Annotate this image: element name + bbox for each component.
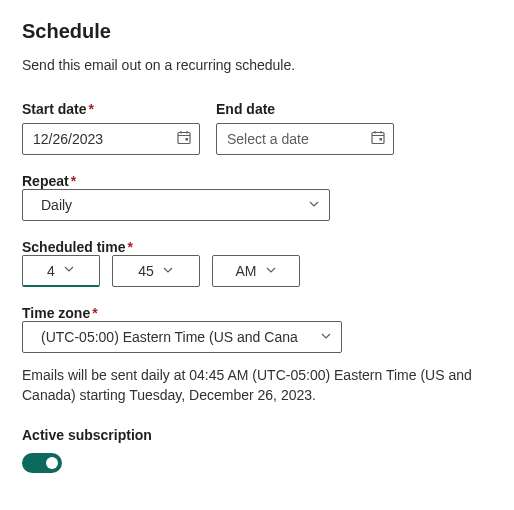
page-title: Schedule (22, 20, 492, 43)
repeat-label: Repeat* (22, 173, 76, 189)
hour-value: 4 (47, 263, 55, 279)
start-date-field: Start date* (22, 101, 200, 155)
start-date-input[interactable] (22, 123, 200, 155)
start-date-label: Start date* (22, 101, 200, 117)
page-description: Send this email out on a recurring sched… (22, 57, 492, 73)
scheduled-time-label: Scheduled time* (22, 239, 133, 255)
repeat-field: Repeat* Daily (22, 173, 492, 221)
end-date-field: End date (216, 101, 394, 155)
minute-value: 45 (138, 263, 154, 279)
scheduled-time-field: Scheduled time* 4 45 AM (22, 239, 492, 287)
active-subscription-toggle[interactable] (22, 453, 62, 473)
ampm-select[interactable]: AM (212, 255, 300, 287)
timezone-field: Time zone* (UTC-05:00) Eastern Time (US … (22, 305, 492, 353)
active-subscription-label: Active subscription (22, 427, 492, 443)
required-asterisk: * (71, 173, 76, 189)
required-asterisk: * (89, 101, 94, 117)
chevron-down-icon (63, 263, 75, 278)
repeat-label-text: Repeat (22, 173, 69, 189)
chevron-down-icon (265, 264, 277, 279)
start-date-label-text: Start date (22, 101, 87, 117)
ampm-value: AM (236, 263, 257, 279)
toggle-thumb (46, 457, 58, 469)
timezone-label-text: Time zone (22, 305, 90, 321)
timezone-value: (UTC-05:00) Eastern Time (US and Cana (41, 329, 298, 345)
required-asterisk: * (127, 239, 132, 255)
schedule-summary: Emails will be sent daily at 04:45 AM (U… (22, 365, 492, 405)
timezone-label: Time zone* (22, 305, 98, 321)
chevron-down-icon (162, 264, 174, 279)
repeat-value: Daily (41, 197, 72, 213)
required-asterisk: * (92, 305, 97, 321)
scheduled-time-label-text: Scheduled time (22, 239, 125, 255)
end-date-input[interactable] (216, 123, 394, 155)
timezone-select[interactable]: (UTC-05:00) Eastern Time (US and Cana (22, 321, 342, 353)
end-date-label: End date (216, 101, 394, 117)
hour-select[interactable]: 4 (22, 255, 100, 287)
minute-select[interactable]: 45 (112, 255, 200, 287)
repeat-select[interactable]: Daily (22, 189, 330, 221)
